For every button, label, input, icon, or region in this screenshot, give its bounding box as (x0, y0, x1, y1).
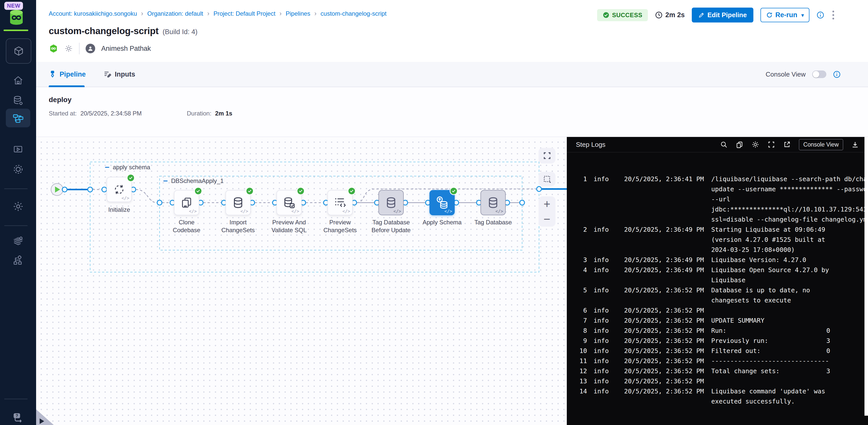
breadcrumb-link[interactable]: custom-changelog-script (321, 10, 386, 17)
log-message (711, 306, 868, 316)
log-lines[interactable]: 1info20/5/2025, 2:36:41 PM/liquibase/liq… (567, 152, 868, 406)
log-timestamp: 20/5/2025, 2:36:52 PM (624, 326, 711, 336)
zoom-out-button[interactable]: − (544, 214, 550, 224)
pipeline-node-tag-database-before-update[interactable]: </>Tag DatabaseBefore Update (378, 190, 404, 215)
sidebar-settings-icon[interactable] (0, 163, 36, 175)
collapse-icon[interactable]: − (163, 178, 168, 183)
log-line-number: 8 (567, 326, 587, 336)
log-line-number: 5 (567, 285, 587, 295)
clock-icon (655, 11, 663, 19)
breadcrumb-separator: › (279, 9, 282, 18)
log-level: info (594, 376, 618, 386)
pipeline-node-clone-codebase[interactable]: </>CloneCodebase (174, 190, 199, 215)
stage-summary: deploy Started at: 20/5/2025, 2:34:58 PM… (36, 87, 868, 137)
sidebar-home-icon[interactable] (0, 75, 36, 86)
database-upload-icon[interactable]: </> (430, 190, 455, 215)
pipeline-node-import-changesets[interactable]: </>ImportChangeSets (225, 190, 251, 215)
log-entry: 5info20/5/2025, 2:36:52 PMDatabase is up… (567, 285, 868, 306)
collapse-icon[interactable]: − (105, 165, 110, 170)
view-tabbar: Pipeline Inputs Console View (36, 62, 868, 87)
pipeline-node-apply-schema[interactable]: </>Apply Schema (430, 190, 455, 215)
stage-group-label: − apply schema (105, 164, 150, 171)
stage-name: deploy (49, 96, 868, 104)
pipeline-tab-icon (49, 70, 56, 78)
gear-icon[interactable] (64, 44, 73, 53)
log-level: info (594, 356, 618, 366)
canvas-zoom-controls: + − (538, 196, 555, 227)
main-area: Account: kurosakiichigo.songoku›Organiza… (36, 0, 868, 425)
console-view-toggle[interactable] (812, 70, 826, 78)
log-entry: 1info20/5/2025, 2:36:41 PM/liquibase/liq… (567, 174, 868, 225)
sidebar-environments-icon[interactable] (0, 235, 36, 246)
more-options-kebab[interactable] (831, 9, 835, 21)
database-check-icon[interactable]: </> (276, 190, 302, 215)
canvas-collapse-corner[interactable] (36, 409, 54, 425)
canvas-fit-button[interactable] (538, 148, 555, 164)
log-message (711, 376, 868, 386)
sync-icon[interactable]: </> (106, 177, 132, 202)
svg-text:?: ? (16, 414, 18, 418)
sidebar-executions-icon[interactable] (0, 144, 36, 154)
sidebar-database-settings-icon[interactable] (0, 95, 36, 106)
log-message: Total change sets:3 (711, 366, 868, 376)
copy-icon[interactable]: </> (174, 190, 199, 215)
stage-duration: Duration: 2m 1s (187, 110, 232, 117)
breadcrumb-link[interactable]: Account: kurosakiichigo.songoku (49, 10, 137, 17)
pipeline-node-initialize[interactable]: </>Initialize (106, 177, 132, 202)
open-in-new-icon[interactable] (783, 141, 791, 148)
node-label: Tag Database (462, 218, 525, 226)
pipeline-node-preview-and-validate-sql[interactable]: </>Preview AndValidate SQL (276, 190, 302, 215)
sidebar-infrastructure-icon[interactable] (0, 254, 36, 265)
database-icon[interactable]: </> (378, 190, 404, 215)
log-scrollbar[interactable] (865, 137, 868, 416)
module-accent-divider (3, 30, 28, 31)
page-header: Account: kurosakiichigo.songoku›Organiza… (36, 0, 868, 62)
tab-inputs[interactable]: Inputs (103, 70, 135, 78)
zoom-in-button[interactable]: + (544, 199, 550, 209)
database-icon[interactable]: </> (225, 190, 251, 215)
breadcrumb-link[interactable]: Pipelines (285, 10, 310, 17)
log-line-number: 4 (567, 265, 587, 275)
download-icon[interactable] (851, 141, 859, 148)
gear-icon[interactable] (751, 141, 760, 148)
pipeline-graph-canvas[interactable]: − apply schema − DBSchemaApply_1 </>Init… (36, 137, 567, 425)
log-line-number: 6 (567, 306, 587, 316)
sidebar-account-settings-icon[interactable] (0, 201, 36, 212)
new-badge: NEW (4, 2, 23, 10)
log-level: info (594, 306, 618, 316)
log-entry: 7info20/5/2025, 2:36:52 PMUPDATE SUMMARY (567, 316, 868, 326)
sidebar-help-icon[interactable]: ? (0, 412, 36, 424)
log-timestamp: 20/5/2025, 2:36:49 PM (624, 225, 711, 235)
console-view-button[interactable]: Console View (799, 139, 843, 150)
success-check-badge (450, 187, 458, 195)
pipeline-node-tag-database[interactable]: </>Tag Database (480, 190, 506, 215)
database-icon[interactable]: </> (480, 190, 506, 215)
stage-group-outline (90, 162, 539, 272)
tab-pipeline[interactable]: Pipeline (49, 70, 86, 78)
rerun-button[interactable]: Re-run ▾ (761, 8, 809, 22)
info-icon[interactable] (816, 11, 824, 19)
author-name: Animesh Pathak (101, 45, 151, 53)
changeset-list-icon[interactable]: </> (328, 190, 353, 215)
log-entry: 2info20/5/2025, 2:36:49 PMStarting Liqui… (567, 225, 868, 255)
canvas-select-button[interactable] (538, 172, 555, 186)
harness-dbops-logo[interactable] (8, 9, 25, 26)
log-timestamp: 20/5/2025, 2:36:49 PM (624, 255, 711, 265)
pipeline-node-preview-changesets[interactable]: </>PreviewChangeSets (328, 190, 353, 215)
divider (79, 43, 80, 54)
edit-pipeline-button[interactable]: Edit Pipeline (692, 7, 753, 23)
breadcrumb-link[interactable]: Project: Default Project (213, 10, 275, 17)
breadcrumb-link[interactable]: Organization: default (147, 10, 203, 17)
log-line-number: 9 (567, 336, 587, 346)
sidebar-pipelines-item-active[interactable] (6, 109, 30, 128)
elapsed-time: 2m 2s (655, 11, 685, 19)
success-check-badge (127, 174, 135, 182)
log-message: Database is up to date, nochangesets to … (711, 285, 868, 306)
log-level: info (594, 336, 618, 346)
fullscreen-icon[interactable] (768, 141, 775, 148)
info-icon[interactable] (833, 70, 841, 78)
search-icon[interactable] (720, 141, 727, 148)
log-level: info (594, 316, 618, 326)
sidebar-module-cube-button[interactable] (6, 38, 31, 64)
copy-icon[interactable] (736, 141, 743, 148)
